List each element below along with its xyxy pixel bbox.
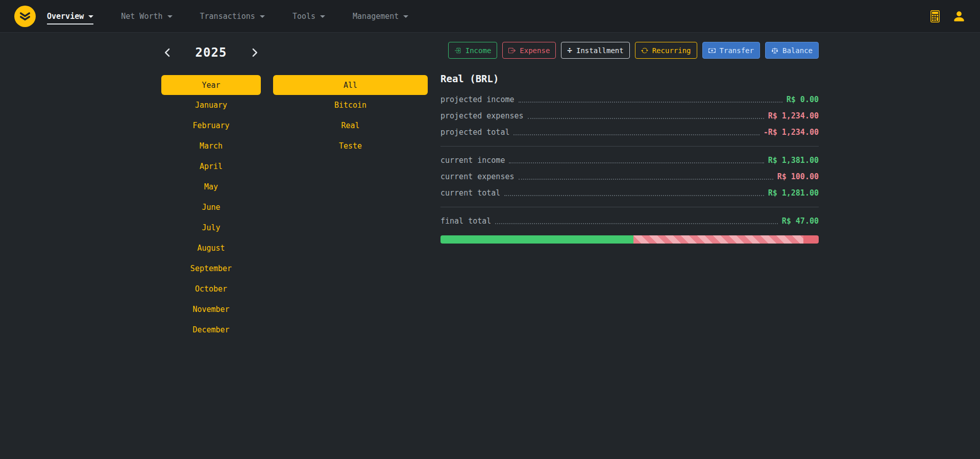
filter-label: Balance	[782, 46, 813, 55]
nav-item-label: Overview	[47, 12, 84, 21]
month-link-june[interactable]: June	[161, 197, 261, 218]
filter-label: Income	[465, 46, 492, 55]
filter-balance-button[interactable]: Balance	[765, 42, 819, 59]
all-accounts-button[interactable]: All	[273, 75, 428, 95]
nav-item-label: Management	[353, 12, 399, 21]
month-link-september[interactable]: September	[161, 258, 261, 279]
caret-down-icon	[88, 15, 93, 18]
progress-expense-solid-segment	[803, 235, 819, 244]
progress-income-segment	[440, 235, 633, 244]
year-label: 2025	[195, 45, 227, 60]
filter-label: Expense	[520, 46, 550, 55]
account-link-bitcoin[interactable]: Bitcoin	[273, 95, 428, 115]
year-button[interactable]: Year	[161, 75, 261, 95]
selector-columns: Year January February March April May Ju…	[161, 75, 428, 340]
double-chevron-down-icon	[19, 10, 31, 22]
app-root: Overview Net Worth Transactions Tools Ma…	[0, 0, 980, 459]
nav-item-label: Transactions	[200, 12, 255, 21]
summary-value: R$ 0.00	[787, 95, 819, 104]
caret-down-icon	[320, 15, 325, 18]
summary-label: current total	[440, 188, 500, 198]
summary-value: R$ 1,281.00	[768, 188, 819, 198]
month-link-november[interactable]: November	[161, 299, 261, 320]
month-link-may[interactable]: May	[161, 177, 261, 197]
period-account-selector: 2025 Year January February March April M…	[161, 42, 428, 340]
filter-expense-button[interactable]: Expense	[502, 42, 556, 59]
nav-item-transactions[interactable]: Transactions	[200, 12, 265, 21]
dotted-leader	[519, 102, 782, 103]
nav-item-management[interactable]: Management	[353, 12, 408, 21]
chevron-left-icon	[162, 47, 173, 58]
nav-item-tools[interactable]: Tools	[292, 12, 325, 21]
summary-label: projected total	[440, 128, 509, 137]
summary-row-current-total: current total R$ 1,281.00	[440, 185, 819, 201]
calculator-button[interactable]	[929, 10, 941, 22]
next-year-button[interactable]	[250, 47, 260, 58]
month-link-april[interactable]: April	[161, 156, 261, 177]
summary-label: current income	[440, 156, 505, 165]
account-link-teste[interactable]: Teste	[273, 136, 428, 156]
dotted-leader	[509, 162, 764, 163]
chevron-right-icon	[250, 47, 260, 58]
summary-label: projected income	[440, 95, 514, 104]
nav-item-overview[interactable]: Overview	[47, 12, 93, 25]
summary-row-projected-income: projected income R$ 0.00	[440, 91, 819, 108]
section-divider	[440, 207, 819, 207]
cash-icon	[708, 47, 716, 54]
summary-label: current expenses	[440, 172, 514, 181]
summary-row-projected-expenses: projected expenses R$ 1,234.00	[440, 108, 819, 124]
month-link-august[interactable]: August	[161, 238, 261, 258]
summary-row-current-income: current income R$ 1,381.00	[440, 152, 819, 168]
summary-row-current-expenses: current expenses R$ 100.00	[440, 168, 819, 185]
account-column: All Bitcoin Real Teste	[273, 75, 428, 340]
calculator-icon	[929, 10, 941, 22]
filter-income-button[interactable]: Income	[448, 42, 498, 59]
divide-icon: ÷	[567, 46, 572, 55]
filter-installment-button[interactable]: ÷ Installment	[561, 42, 629, 59]
month-column: Year January February March April May Ju…	[161, 75, 261, 340]
caret-down-icon	[260, 15, 265, 18]
user-profile-button[interactable]	[952, 10, 966, 23]
caret-down-icon	[403, 15, 408, 18]
month-link-february[interactable]: February	[161, 115, 261, 136]
summary-value: R$ 47.00	[782, 216, 819, 226]
year-navigator: 2025	[161, 42, 261, 63]
filter-label: Installment	[576, 46, 624, 55]
summary-value: -R$ 1,234.00	[764, 128, 819, 137]
nav-item-net-worth[interactable]: Net Worth	[121, 12, 172, 21]
account-link-real[interactable]: Real	[273, 115, 428, 136]
brand-logo[interactable]	[14, 6, 36, 27]
summary-label: projected expenses	[440, 111, 524, 120]
summary-value: R$ 100.00	[777, 172, 819, 181]
main-nav: Overview Net Worth Transactions Tools Ma…	[47, 12, 929, 21]
dotted-leader	[513, 134, 759, 135]
income-expense-progress-bar	[440, 235, 819, 244]
top-navbar: Overview Net Worth Transactions Tools Ma…	[0, 0, 980, 33]
caret-down-icon	[167, 15, 173, 18]
month-link-october[interactable]: October	[161, 279, 261, 299]
summary-row-final-total: final total R$ 47.00	[440, 213, 819, 229]
previous-year-button[interactable]	[162, 47, 173, 58]
summary-panel: Income Expense ÷ Installment	[440, 42, 819, 340]
filter-recurring-button[interactable]: Recurring	[635, 42, 697, 59]
dotted-leader	[519, 179, 773, 180]
box-arrow-right-icon	[508, 47, 516, 54]
dotted-leader	[495, 223, 777, 224]
summary-value: R$ 1,381.00	[768, 156, 819, 165]
summary-title: Real (BRL)	[440, 73, 819, 84]
month-link-march[interactable]: March	[161, 136, 261, 156]
month-link-january[interactable]: January	[161, 95, 261, 115]
month-link-july[interactable]: July	[161, 218, 261, 238]
filter-transfer-button[interactable]: Transfer	[702, 42, 760, 59]
month-link-december[interactable]: December	[161, 320, 261, 340]
arrow-repeat-icon	[641, 47, 648, 54]
summary-row-projected-total: projected total -R$ 1,234.00	[440, 124, 819, 140]
filter-label: Transfer	[720, 46, 754, 55]
navbar-right	[929, 10, 966, 23]
nav-item-label: Tools	[292, 12, 315, 21]
person-icon	[952, 10, 966, 23]
main-content: 2025 Year January February March April M…	[161, 33, 819, 340]
section-divider	[440, 146, 819, 147]
summary-value: R$ 1,234.00	[768, 111, 819, 120]
transaction-filter-row: Income Expense ÷ Installment	[440, 42, 819, 59]
